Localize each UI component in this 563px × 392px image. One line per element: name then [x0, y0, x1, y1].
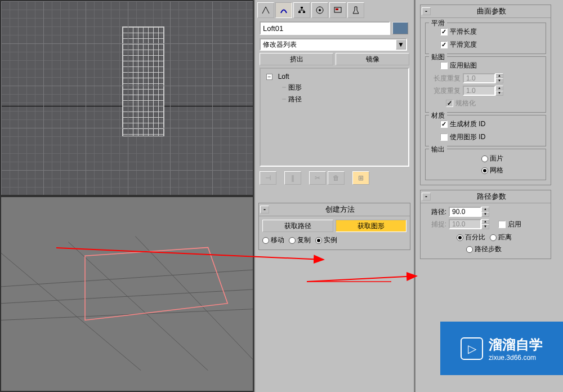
get-shape-button[interactable]: 获取图形: [336, 220, 406, 232]
spinner-down-icon[interactable]: ▼: [481, 212, 489, 217]
gen-material-id-label: 生成材质 ID: [450, 119, 485, 129]
svg-line-1: [1, 289, 253, 304]
smooth-length-checkbox[interactable]: [440, 28, 448, 35]
apply-mapping-label: 应用贴图: [450, 61, 477, 70]
tree-collapse-icon[interactable]: −: [266, 74, 272, 80]
rollout-toggle-icon[interactable]: -: [422, 7, 431, 15]
spinner-down-icon[interactable]: ▼: [495, 91, 503, 96]
spinner-up-icon[interactable]: ▲: [495, 73, 503, 78]
radio-path-steps[interactable]: 路径步数: [466, 244, 502, 254]
svg-line-2: [1, 309, 253, 320]
get-path-button[interactable]: 获取路径: [262, 220, 333, 232]
svg-line-0: [1, 270, 253, 287]
tree-item-shape[interactable]: ┈ 图形: [263, 82, 406, 93]
watermark-title: 溜溜自学: [489, 336, 543, 354]
creation-method-rollout: - 创建方法 获取路径 获取图形 移动 复制: [258, 203, 410, 250]
rollout-toggle-icon[interactable]: -: [422, 193, 431, 201]
command-panel: 修改器列表 ▼ 挤出 镜像 − Loft ┈ 图形 ┈ 路径 ⊣ ‖: [254, 0, 415, 392]
radio-icon: [289, 237, 296, 244]
radio-output-patch[interactable]: 面片: [481, 154, 503, 163]
mirror-button[interactable]: 镜像: [336, 53, 409, 65]
path-value-input[interactable]: [449, 207, 481, 217]
tab-utilities[interactable]: [347, 2, 364, 18]
tab-hierarchy[interactable]: [293, 2, 310, 18]
smooth-length-label: 平滑长度: [450, 27, 477, 37]
radio-instance[interactable]: 实例: [315, 235, 337, 245]
top-viewport[interactable]: [0, 0, 254, 196]
perspective-grid: [1, 197, 253, 371]
radio-percent[interactable]: 百分比: [457, 233, 485, 242]
use-shape-id-label: 使用图形 ID: [450, 132, 485, 142]
spinner-up-icon[interactable]: ▲: [481, 207, 489, 212]
smooth-section-title: 平滑: [429, 19, 447, 28]
axis-vertical: [43, 1, 44, 195]
modifier-stack[interactable]: − Loft ┈ 图形 ┈ 路径: [260, 68, 409, 167]
radio-icon: [262, 237, 269, 244]
remove-modifier-icon[interactable]: 🗑: [328, 171, 345, 185]
tree-item-loft[interactable]: − Loft: [263, 71, 406, 82]
extrude-button[interactable]: 挤出: [260, 53, 333, 65]
rollout-title: 创建方法: [271, 204, 409, 215]
use-shape-id-checkbox[interactable]: [440, 133, 448, 141]
radio-output-mesh[interactable]: 网格: [481, 166, 503, 175]
watermark: ▷ 溜溜自学 zixue.3d66.com: [440, 322, 563, 375]
radio-icon: [481, 167, 488, 174]
radio-icon: [490, 234, 497, 241]
smooth-width-label: 平滑宽度: [450, 40, 477, 50]
perspective-viewport[interactable]: [0, 196, 254, 392]
smooth-width-checkbox[interactable]: [440, 41, 448, 48]
watermark-url: zixue.3d66.com: [489, 354, 543, 362]
svg-rect-8: [298, 11, 301, 13]
normalize-label: 规格化: [455, 99, 487, 108]
radio-copy[interactable]: 复制: [289, 235, 311, 245]
play-icon: ▷: [461, 337, 483, 360]
tab-modify[interactable]: [275, 2, 292, 18]
radio-icon: [466, 246, 473, 253]
radio-icon: [481, 155, 488, 162]
apply-mapping-checkbox[interactable]: [440, 62, 448, 69]
spinner-up-icon[interactable]: ▲: [495, 86, 503, 91]
radio-move[interactable]: 移动: [262, 235, 284, 245]
tab-display[interactable]: [329, 2, 346, 18]
rollout-toggle-icon[interactable]: -: [260, 206, 269, 213]
snap-label: 捕捉:: [424, 220, 446, 229]
make-unique-icon[interactable]: ✂: [309, 171, 326, 185]
object-color-swatch[interactable]: [392, 22, 408, 34]
pin-stack-icon[interactable]: ⊣: [260, 171, 276, 185]
show-end-result-icon[interactable]: ‖: [284, 171, 301, 185]
tree-item-path[interactable]: ┈ 路径: [263, 93, 406, 105]
snap-value-input: [449, 219, 481, 229]
spinner-down-icon[interactable]: ▼: [495, 78, 503, 83]
enable-snap-checkbox[interactable]: [498, 221, 506, 228]
svg-rect-7: [301, 7, 303, 8]
mapping-section-title: 贴图: [429, 52, 447, 62]
modifier-list-dropdown[interactable]: 修改器列表 ▼: [260, 38, 407, 51]
enable-label: 启用: [508, 220, 521, 229]
radio-icon: [315, 237, 322, 244]
width-repeat-label: 宽度重复: [429, 86, 461, 96]
radio-distance[interactable]: 距离: [490, 233, 512, 242]
loft-wireframe[interactable]: [122, 26, 164, 136]
spinner-up-icon[interactable]: ▲: [481, 219, 489, 224]
output-section-title: 输出: [429, 145, 447, 154]
modifier-list-text: 修改器列表: [263, 40, 297, 50]
configure-modifier-sets-icon[interactable]: ⊞: [352, 171, 369, 185]
spinner-down-icon[interactable]: ▼: [481, 224, 489, 229]
svg-line-3: [1, 253, 141, 371]
normalize-checkbox: [446, 100, 453, 107]
length-repeat-label: 长度重复: [429, 74, 461, 83]
radio-icon: [457, 234, 463, 241]
svg-rect-9: [303, 11, 305, 13]
path-label: 路径:: [424, 207, 446, 217]
tab-motion[interactable]: [311, 2, 328, 18]
gen-material-id-checkbox[interactable]: [440, 121, 448, 128]
svg-line-4: [68, 242, 208, 370]
svg-rect-17: [336, 8, 338, 10]
object-name-input[interactable]: [260, 21, 390, 35]
tab-create[interactable]: [257, 2, 274, 18]
path-params-title: 路径参数: [433, 191, 549, 202]
width-repeat-input: [463, 86, 495, 96]
material-section-title: 材质: [429, 111, 447, 121]
dropdown-arrow-icon: ▼: [396, 39, 406, 50]
surface-params-title: 曲面参数: [433, 6, 549, 16]
